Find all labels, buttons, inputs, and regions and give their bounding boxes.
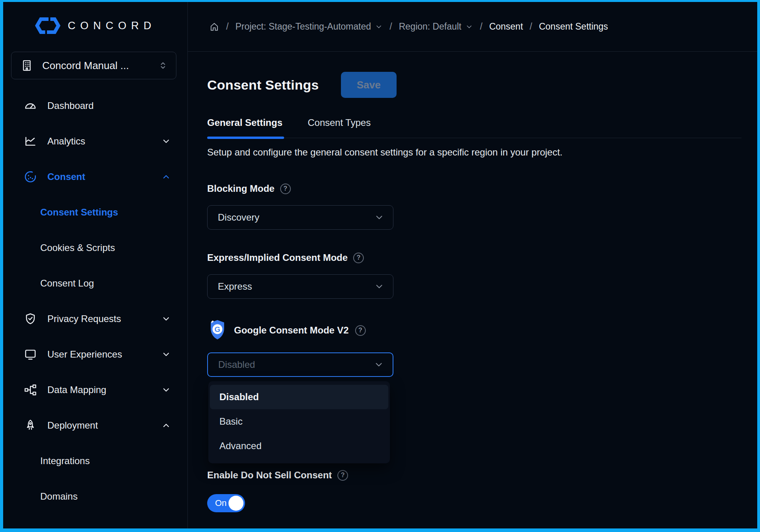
save-button[interactable]: Save: [341, 72, 397, 98]
sidebar-item-domains[interactable]: Domains: [3, 479, 187, 514]
sidebar-item-label: Integrations: [40, 455, 90, 466]
sidebar-item-integrations[interactable]: Integrations: [3, 443, 187, 479]
help-icon[interactable]: [280, 184, 291, 194]
sidebar-item-label: Consent Log: [40, 278, 94, 289]
cookie-icon: [24, 170, 37, 184]
title-row: Consent Settings Save: [207, 71, 741, 98]
sidebar-nav: Dashboard Analytics: [3, 88, 187, 514]
sidebar-item-consent-log[interactable]: Consent Log: [3, 266, 187, 301]
express-implied-value: Express: [218, 281, 252, 292]
breadcrumb-project: Project: Stage-Testing-Automated: [235, 21, 371, 32]
chevron-down-icon: [161, 385, 171, 395]
workspace-selector[interactable]: Concord Manual ...: [11, 52, 176, 79]
breadcrumb-section[interactable]: Consent: [489, 21, 523, 32]
help-icon[interactable]: [353, 253, 364, 263]
breadcrumb-separator: /: [530, 21, 532, 32]
tabs: General Settings Consent Types: [207, 117, 741, 138]
sidebar: CONCORD Concord Manual ...: [3, 2, 188, 528]
breadcrumb-separator: /: [480, 21, 482, 32]
main-area: / Project: Stage-Testing-Automated / Reg…: [188, 2, 757, 528]
sidebar-item-label: Deployment: [47, 420, 151, 431]
google-consent-label-row: G Google Consent Mode V2: [207, 319, 741, 341]
page-content: Consent Settings Save General Settings C…: [188, 52, 757, 512]
breadcrumb-project-dropdown[interactable]: Project: Stage-Testing-Automated: [235, 21, 383, 32]
breadcrumb-page: Consent Settings: [539, 21, 608, 32]
concord-logo-icon: [35, 17, 61, 35]
field-google-consent-mode: G Google Consent Mode V2 Disabled Disabl…: [207, 319, 741, 377]
breadcrumb-separator: /: [389, 21, 392, 32]
breadcrumb: / Project: Stage-Testing-Automated / Reg…: [188, 2, 757, 52]
field-do-not-sell: Enable Do Not Sell Consent On: [207, 470, 741, 512]
blocking-mode-label-row: Blocking Mode: [207, 183, 741, 194]
page-description: Setup and configure the general consent …: [207, 147, 741, 158]
blocking-mode-select[interactable]: Discovery: [207, 205, 393, 230]
blocking-mode-value: Discovery: [218, 212, 259, 223]
help-icon[interactable]: [337, 470, 348, 481]
analytics-chart-icon: [24, 135, 37, 148]
google-consent-select[interactable]: Disabled: [207, 352, 393, 377]
shield-check-icon: [24, 312, 37, 326]
sidebar-item-label: User Experiences: [47, 349, 151, 360]
sidebar-item-label: Dashboard: [47, 100, 171, 111]
tab-general-settings[interactable]: General Settings: [207, 117, 283, 138]
field-blocking-mode: Blocking Mode Discovery: [207, 183, 741, 230]
sidebar-item-deployment[interactable]: Deployment: [3, 408, 187, 443]
sidebar-item-consent[interactable]: Consent: [3, 159, 187, 195]
sidebar-item-label: Cookies & Scripts: [40, 242, 115, 253]
chevron-down-icon: [465, 23, 473, 31]
sidebar-item-label: Consent Settings: [40, 207, 118, 218]
rocket-icon: [24, 419, 37, 432]
home-icon[interactable]: [209, 22, 219, 32]
sidebar-item-privacy-requests[interactable]: Privacy Requests: [3, 301, 187, 337]
google-shield-icon: G: [207, 319, 228, 341]
brand-logo: CONCORD: [3, 15, 187, 36]
dashboard-gauge-icon: [24, 99, 37, 112]
do-not-sell-toggle[interactable]: On: [207, 494, 245, 512]
breadcrumb-region: Region: Default: [399, 21, 462, 32]
express-implied-label: Express/Implied Consent Mode: [207, 252, 348, 263]
monitor-icon: [24, 348, 37, 361]
sidebar-item-analytics[interactable]: Analytics: [3, 124, 187, 159]
chevron-down-icon: [374, 212, 384, 223]
menu-option-advanced[interactable]: Advanced: [210, 434, 388, 458]
svg-text:G: G: [215, 325, 221, 333]
blocking-mode-label: Blocking Mode: [207, 183, 275, 194]
tab-consent-types[interactable]: Consent Types: [308, 117, 371, 138]
express-implied-select[interactable]: Express: [207, 274, 393, 299]
help-icon[interactable]: [355, 325, 366, 336]
sidebar-item-consent-settings[interactable]: Consent Settings: [3, 195, 187, 230]
sidebar-item-label: Consent: [47, 171, 151, 182]
sidebar-item-cookies-scripts[interactable]: Cookies & Scripts: [3, 230, 187, 266]
sidebar-item-label: Analytics: [47, 136, 151, 147]
menu-option-basic[interactable]: Basic: [210, 409, 388, 434]
menu-option-disabled[interactable]: Disabled: [210, 385, 388, 409]
chevron-up-icon: [161, 421, 171, 430]
page-title: Consent Settings: [207, 77, 319, 93]
chevron-up-icon: [161, 172, 171, 182]
do-not-sell-label-row: Enable Do Not Sell Consent: [207, 470, 741, 481]
google-consent-value: Disabled: [218, 359, 255, 370]
google-consent-dropdown-menu: Disabled Basic Advanced: [208, 381, 390, 463]
unfold-chevrons-icon: [158, 60, 168, 71]
breadcrumb-separator: /: [226, 21, 228, 32]
chevron-down-icon: [161, 314, 171, 324]
sidebar-item-label: Domains: [40, 491, 78, 502]
chevron-down-icon: [374, 360, 384, 370]
toggle-on-label: On: [215, 498, 227, 508]
chevron-down-icon: [161, 137, 171, 146]
sidebar-item-label: Data Mapping: [47, 384, 151, 395]
breadcrumb-region-dropdown[interactable]: Region: Default: [399, 21, 474, 32]
field-express-implied: Express/Implied Consent Mode Express: [207, 252, 741, 299]
data-mapping-nodes-icon: [24, 383, 37, 397]
app-frame: CONCORD Concord Manual ...: [0, 0, 760, 532]
sidebar-item-label: Privacy Requests: [47, 313, 151, 324]
toggle-knob: [228, 496, 243, 511]
sidebar-item-user-experiences[interactable]: User Experiences: [3, 337, 187, 372]
building-icon: [20, 59, 34, 72]
do-not-sell-label: Enable Do Not Sell Consent: [207, 470, 332, 481]
sidebar-item-dashboard[interactable]: Dashboard: [3, 88, 187, 124]
chevron-down-icon: [161, 350, 171, 359]
chevron-down-icon: [375, 23, 383, 31]
sidebar-item-data-mapping[interactable]: Data Mapping: [3, 372, 187, 408]
brand-wordmark: CONCORD: [68, 20, 156, 32]
